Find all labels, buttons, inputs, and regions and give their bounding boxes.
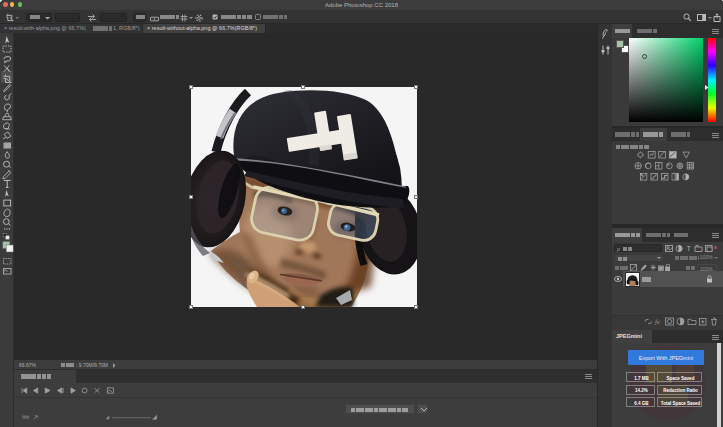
svg-text:fx: fx: [655, 318, 660, 325]
svg-text:T: T: [687, 245, 692, 252]
